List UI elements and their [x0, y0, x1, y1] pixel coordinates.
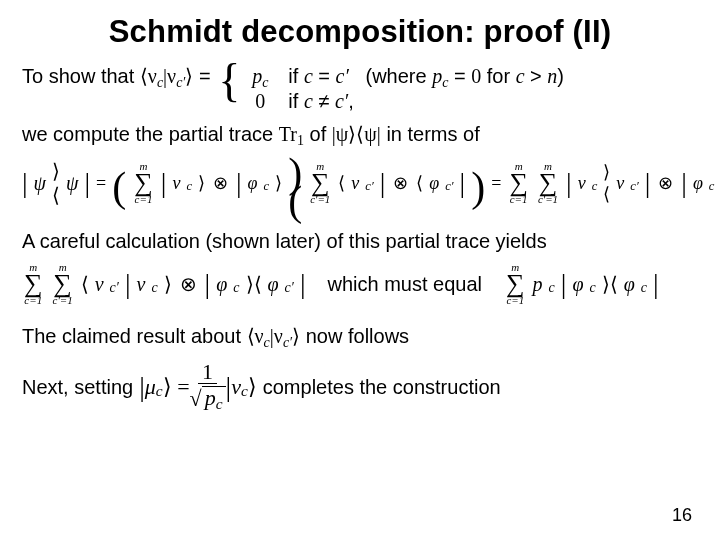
- partial-trace-line: we compute the partial trace Tr1 of |ψ⟩⟨…: [22, 122, 698, 147]
- equation-1: |ψ ⟩⟨ψ| = ( m∑c=1 |νc⟩⊗|φc⟩ )( m∑c'=1 ⟨ν…: [22, 155, 698, 211]
- sum-bot-4: c'=1: [538, 194, 558, 205]
- line2a: we compute the partial trace: [22, 123, 279, 145]
- sum-bot-7: c=1: [506, 295, 524, 306]
- sum-bot-3: c=1: [510, 194, 528, 205]
- case2-comma: ,: [348, 90, 354, 112]
- to-show-prefix: To show that: [22, 65, 140, 87]
- equation-2-row: m∑c=1 m∑c'=1 ⟨νc′ |νc⟩ ⊗ |φc⟩⟨φc′| which…: [22, 262, 698, 306]
- page-number: 16: [672, 505, 692, 526]
- mu-definition: |μc⟩ = 1 √pc |νc⟩: [139, 363, 257, 411]
- line5a: Next, setting: [22, 375, 133, 400]
- case2-if: if: [288, 90, 304, 112]
- brace-icon: {: [218, 62, 240, 100]
- case1-eq: =: [313, 65, 336, 87]
- sum-bot-6: c'=1: [53, 295, 73, 306]
- sum-bot-5: c=1: [24, 295, 42, 306]
- line5b: completes the construction: [263, 375, 501, 400]
- next-setting-line: Next, setting |μc⟩ = 1 √pc |νc⟩ complete…: [22, 363, 698, 411]
- line2b: of |ψ⟩⟨ψ| in terms of: [304, 123, 480, 145]
- case2-neq: ≠: [313, 90, 335, 112]
- which-must-equal: which must equal: [327, 273, 482, 296]
- careful-calc-line: A careful calculation (shown later) of t…: [22, 229, 698, 254]
- to-show-line: To show that ⟨νc|νc′⟩ = { pc if c = c′ (…: [22, 64, 698, 114]
- sum-bot-1: c=1: [135, 194, 153, 205]
- case2-val: 0: [244, 89, 276, 114]
- claimed-result-line: The claimed result about ⟨νc|νc′⟩ now fo…: [22, 324, 698, 349]
- line4a: The claimed result about: [22, 325, 247, 347]
- line4b: now follows: [300, 325, 409, 347]
- sum-bot-2: c'=1: [310, 194, 330, 205]
- case1-if: if: [288, 65, 304, 87]
- slide-title: Schmidt decomposition: proof (II): [22, 14, 698, 50]
- case1-where: (where pc = 0 for c > n): [349, 65, 564, 87]
